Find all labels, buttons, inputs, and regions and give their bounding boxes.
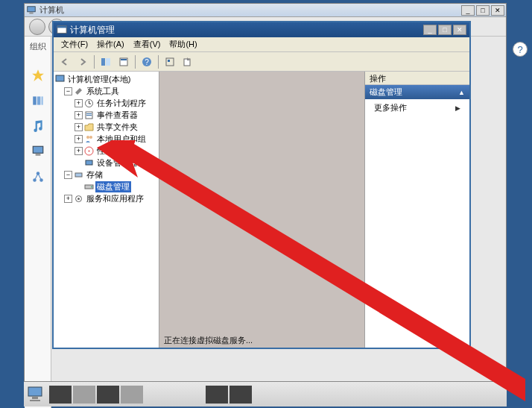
svg-rect-37 — [28, 387, 42, 396]
device-icon — [84, 158, 94, 168]
chevron-right-icon: ▶ — [455, 104, 460, 112]
menu-help[interactable]: 帮助(H) — [165, 37, 201, 51]
toolbar-separator — [158, 55, 159, 69]
tree-services-apps-label: 服务和应用程序 — [85, 193, 145, 204]
tree-disk-management-label: 磁盘管理 — [95, 181, 131, 192]
inner-window: 计算机管理 _ □ ✕ 文件(F) 操作(A) 查看(V) 帮助(H) ? — [52, 21, 471, 349]
show-hide-tree-button[interactable] — [98, 54, 114, 69]
event-icon — [84, 110, 94, 120]
toolbar: ? — [54, 52, 469, 72]
music-icon[interactable] — [31, 119, 45, 133]
disk-icon — [84, 182, 94, 192]
tree-pane[interactable]: 计算机管理(本地) − 系统工具 + 任务计划程序 — [54, 72, 159, 348]
menu-action[interactable]: 操作(A) — [92, 37, 129, 51]
tree-device-manager[interactable]: 设备管理器 — [75, 157, 157, 169]
properties-button[interactable] — [115, 54, 132, 69]
svg-rect-16 — [121, 59, 127, 60]
outer-window-title: 计算机 — [39, 4, 461, 16]
taskbar-item[interactable] — [206, 386, 228, 404]
libraries-icon[interactable] — [31, 94, 45, 107]
tree-shared-folders[interactable]: + 共享文件夹 — [75, 121, 157, 133]
svg-rect-5 — [41, 96, 42, 104]
start-button-icon[interactable] — [27, 386, 48, 404]
tree-root[interactable]: 计算机管理(本地) — [55, 73, 157, 85]
svg-rect-22 — [56, 75, 64, 81]
minimize-button[interactable]: _ — [461, 5, 475, 16]
svg-rect-7 — [35, 154, 40, 155]
svg-point-36 — [77, 198, 80, 200]
expand-icon[interactable]: + — [75, 99, 83, 107]
back-button[interactable] — [57, 54, 73, 69]
sidebar-organize-label[interactable]: 组织 — [25, 40, 51, 54]
content-pane: 正在连接虚拟磁盘服务... — [159, 72, 365, 348]
users-icon — [84, 134, 94, 144]
nav-back-button[interactable] — [29, 19, 45, 35]
svg-marker-2 — [32, 69, 44, 81]
svg-rect-14 — [106, 58, 110, 66]
export-button[interactable] — [180, 54, 196, 69]
actions-pane: 操作 磁盘管理 ▲ 更多操作 ▶ — [365, 72, 469, 348]
taskbar-item[interactable] — [121, 386, 143, 404]
svg-rect-31 — [86, 160, 92, 165]
actions-section-label: 磁盘管理 — [370, 87, 402, 98]
actions-section[interactable]: 磁盘管理 ▲ — [365, 85, 469, 99]
tree-task-scheduler[interactable]: + 任务计划程序 — [75, 97, 157, 109]
mmc-icon — [57, 25, 67, 35]
collapse-icon[interactable]: − — [64, 87, 72, 95]
tree-storage[interactable]: − 存储 — [64, 169, 157, 181]
tree-performance[interactable]: + 性能 — [75, 145, 157, 157]
menu-view[interactable]: 查看(V) — [129, 37, 165, 51]
help-button[interactable]: ? — [139, 54, 155, 69]
refresh-button[interactable] — [162, 54, 178, 69]
computer-icon — [26, 5, 37, 16]
close-button[interactable]: ✕ — [491, 5, 504, 16]
inner-minimize-button[interactable]: _ — [423, 25, 437, 35]
svg-rect-32 — [75, 173, 82, 177]
svg-point-27 — [86, 136, 89, 139]
tree-task-scheduler-label: 任务计划程序 — [95, 98, 148, 109]
tree-system-tools-label: 系统工具 — [85, 86, 121, 97]
tree-performance-label: 性能 — [95, 145, 115, 157]
tree-local-users[interactable]: + 本地用户和组 — [75, 133, 157, 145]
toolbar-separator — [135, 55, 136, 69]
actions-more[interactable]: 更多操作 ▶ — [365, 99, 469, 116]
tools-icon — [74, 87, 83, 96]
expand-icon[interactable]: + — [75, 135, 83, 143]
toolbar-separator — [94, 55, 95, 69]
tree-event-viewer[interactable]: + 事件查看器 — [75, 109, 157, 121]
performance-icon — [84, 146, 94, 156]
network-icon[interactable] — [31, 170, 45, 183]
expand-icon[interactable]: + — [75, 147, 83, 155]
tree-shared-folders-label: 共享文件夹 — [95, 122, 139, 133]
forward-button[interactable] — [75, 54, 91, 69]
taskbar-item[interactable] — [229, 386, 252, 404]
tree-root-list: 计算机管理(本地) − 系统工具 + 任务计划程序 — [55, 73, 157, 204]
taskbar-item[interactable] — [73, 386, 95, 404]
actions-more-label: 更多操作 — [374, 102, 407, 113]
tree-services-apps[interactable]: + 服务和应用程序 — [64, 192, 157, 204]
expand-icon[interactable]: + — [75, 123, 83, 131]
tree-disk-management[interactable]: 磁盘管理 — [75, 181, 157, 192]
shared-folder-icon — [84, 122, 94, 132]
inner-titlebar: 计算机管理 _ □ ✕ — [54, 22, 469, 37]
collapse-icon[interactable]: − — [64, 171, 72, 179]
menu-file[interactable]: 文件(F) — [57, 37, 92, 51]
maximize-button[interactable]: □ — [476, 5, 490, 16]
favorites-icon[interactable] — [31, 69, 45, 82]
svg-rect-25 — [86, 113, 92, 114]
svg-text:?: ? — [145, 58, 149, 66]
computer-sidebar-icon[interactable] — [31, 145, 45, 158]
clock-icon — [84, 98, 94, 108]
taskbar-item[interactable] — [97, 386, 119, 404]
inner-maximize-button[interactable]: □ — [438, 25, 452, 35]
computer-mgmt-icon — [55, 75, 65, 84]
tree-system-tools[interactable]: − 系统工具 — [64, 85, 157, 97]
taskbar-item[interactable] — [49, 386, 72, 404]
storage-icon — [74, 170, 83, 180]
svg-rect-1 — [29, 12, 33, 13]
expand-icon[interactable]: + — [64, 195, 72, 203]
svg-rect-13 — [101, 58, 105, 66]
help-icon[interactable]: ? — [513, 42, 528, 57]
expand-icon[interactable]: + — [75, 111, 83, 119]
inner-close-button[interactable]: ✕ — [453, 25, 466, 35]
